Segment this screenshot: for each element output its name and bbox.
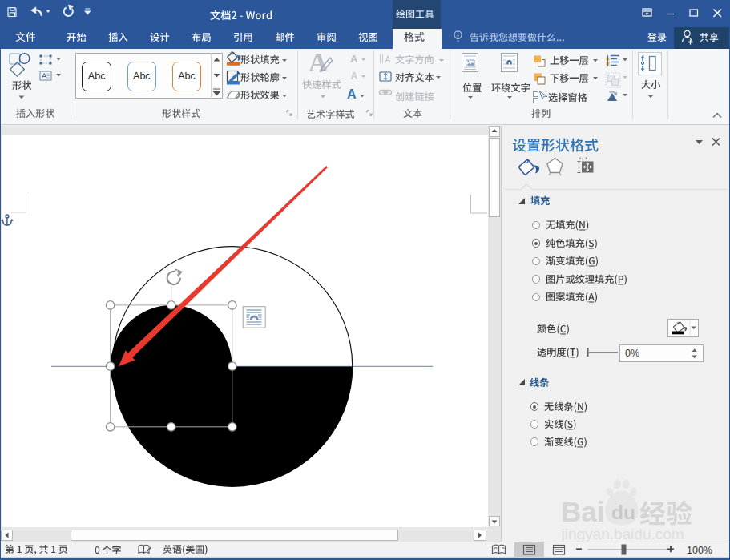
svg-text:du: du	[611, 502, 635, 523]
